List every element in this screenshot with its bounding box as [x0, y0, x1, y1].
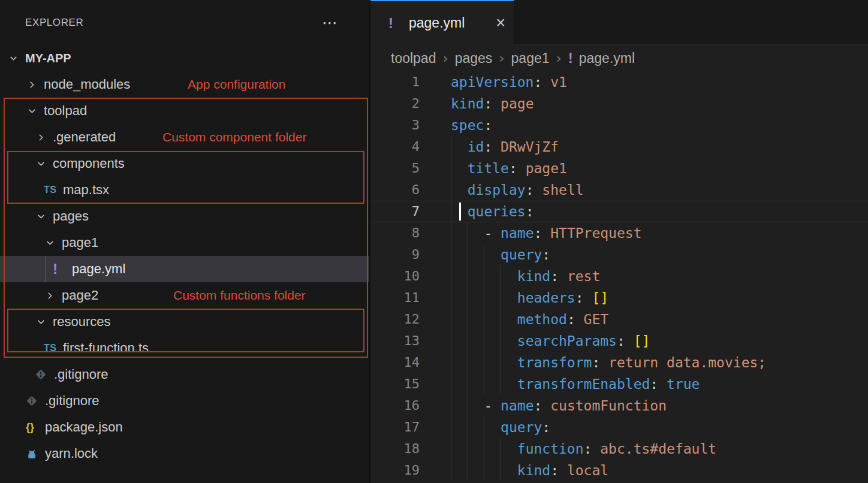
line-number[interactable]: 5: [370, 158, 420, 179]
code-line-content[interactable]: searchParams: []: [420, 330, 868, 352]
code-line-14[interactable]: 14 transform: return data.movies;: [370, 352, 868, 373]
code-line-9[interactable]: 9 query:: [370, 244, 868, 265]
code-line-16[interactable]: 16 - name: customFunction: [370, 395, 868, 416]
tree-item-gitignore[interactable]: .gitignore: [0, 361, 369, 388]
line-number[interactable]: 6: [370, 179, 420, 201]
line-number[interactable]: 15: [370, 373, 420, 395]
tree-item-page1[interactable]: page1: [0, 230, 369, 256]
code-line-4[interactable]: 4 id: DRwVjZf: [370, 136, 868, 158]
tree-item-gitignore[interactable]: .gitignore: [0, 388, 369, 414]
code-line-content[interactable]: spec:: [420, 114, 868, 136]
code-line-17[interactable]: 17 query:: [370, 416, 868, 438]
code-line-content[interactable]: - name: HTTPrequest: [420, 222, 868, 244]
line-number[interactable]: 16: [370, 395, 420, 416]
line-number[interactable]: 13: [370, 330, 420, 352]
code-line-content[interactable]: queries:: [420, 201, 868, 222]
tab-page-yml[interactable]: ! page.yml ×: [370, 0, 514, 45]
line-number[interactable]: 8: [370, 222, 420, 244]
line-number[interactable]: 1: [370, 71, 420, 93]
breadcrumb-item-page-yml[interactable]: !page.yml: [568, 50, 635, 67]
indent-guide: [484, 244, 484, 265]
code-line-13[interactable]: 13 searchParams: []: [370, 330, 868, 352]
indent-guide: [484, 373, 484, 395]
line-number[interactable]: 9: [370, 244, 420, 265]
code-line-content[interactable]: transform: return data.movies;: [420, 352, 868, 373]
tree-item-yarn-lock[interactable]: yarn.lock: [0, 440, 369, 467]
line-number[interactable]: 3: [370, 114, 420, 136]
code-line-3[interactable]: 3spec:: [370, 114, 868, 136]
chevron-right-icon[interactable]: [27, 80, 44, 90]
token: :: [550, 463, 567, 478]
line-number[interactable]: 14: [370, 352, 420, 373]
tree-item-label: .generated: [53, 129, 116, 145]
chevron-right-icon[interactable]: [36, 132, 53, 143]
line-number[interactable]: 4: [370, 136, 420, 158]
code-line-content[interactable]: function: abc.ts#default: [420, 438, 868, 460]
chevron-down-icon[interactable]: [27, 106, 44, 116]
code-line-content[interactable]: display: shell: [420, 179, 868, 201]
code-line-15[interactable]: 15 transformEnabled: true: [370, 373, 868, 395]
chevron-right-icon[interactable]: [45, 291, 62, 301]
line-number[interactable]: 18: [370, 438, 420, 460]
indent-guide: [451, 265, 451, 287]
tree-item-node-modules[interactable]: node_modulesApp configuration: [0, 71, 369, 98]
line-number[interactable]: 17: [370, 416, 420, 438]
code-line-10[interactable]: 10 kind: rest: [370, 265, 868, 287]
chevron-down-icon[interactable]: [8, 53, 25, 64]
code-line-content[interactable]: headers: []: [420, 287, 868, 309]
token: -: [484, 398, 501, 413]
code-line-content[interactable]: query:: [420, 416, 868, 438]
line-number[interactable]: 10: [370, 265, 420, 287]
tree-item-toolpad[interactable]: toolpad: [0, 98, 369, 124]
code-line-12[interactable]: 12 method: GET: [370, 309, 868, 330]
code-line-content[interactable]: - name: customFunction: [420, 395, 868, 416]
code-editor[interactable]: 1apiVersion: v12kind: page3spec:4 id: DR…: [370, 71, 868, 483]
code-line-1[interactable]: 1apiVersion: v1: [370, 71, 868, 93]
tree-item-generated[interactable]: .generatedCustom component folder: [0, 124, 369, 150]
line-number[interactable]: 7: [370, 201, 420, 222]
breadcrumb-item-toolpad[interactable]: toolpad: [391, 50, 436, 67]
tree-item-package-json[interactable]: {}package.json: [0, 414, 369, 440]
line-number[interactable]: 11: [370, 287, 420, 309]
tree-item-components[interactable]: components: [0, 150, 369, 177]
code-line-content[interactable]: transformEnabled: true: [420, 373, 868, 395]
breadcrumb-label: pages: [455, 50, 493, 67]
tree-item-pages[interactable]: pages: [0, 203, 369, 230]
chevron-down-icon[interactable]: [45, 238, 62, 248]
code-line-content[interactable]: id: DRwVjZf: [420, 136, 868, 158]
code-line-6[interactable]: 6 display: shell: [370, 179, 868, 201]
tree-item-page-yml[interactable]: !page.yml: [0, 256, 369, 282]
chevron-down-icon[interactable]: [36, 212, 53, 222]
line-number[interactable]: 2: [370, 93, 420, 114]
code-line-5[interactable]: 5 title: page1: [370, 158, 868, 179]
close-icon[interactable]: ×: [496, 15, 505, 31]
token: id: [468, 139, 484, 155]
tree-item-page2[interactable]: page2Custom functions folder: [0, 282, 369, 309]
code-line-content[interactable]: apiVersion: v1: [420, 71, 868, 93]
breadcrumb-item-page1[interactable]: page1: [511, 50, 550, 67]
tree-item-first-function-ts[interactable]: TSfirst-function.ts: [0, 335, 369, 361]
more-actions-icon[interactable]: ⋯: [322, 15, 338, 31]
code-line-18[interactable]: 18 function: abc.ts#default: [370, 438, 868, 460]
code-line-11[interactable]: 11 headers: []: [370, 287, 868, 309]
code-line-content[interactable]: method: GET: [420, 309, 868, 330]
token: function: [517, 441, 584, 457]
code-line-content[interactable]: kind: rest: [420, 265, 868, 287]
tree-item-my-app[interactable]: MY-APP: [0, 45, 369, 71]
breadcrumb-item-pages[interactable]: pages: [455, 50, 493, 67]
code-line-content[interactable]: title: page1: [420, 158, 868, 179]
tree-item-resources[interactable]: resources: [0, 309, 369, 335]
chevron-down-icon[interactable]: [36, 159, 53, 169]
line-number[interactable]: 19: [370, 460, 420, 481]
code-line-8[interactable]: 8 - name: HTTPrequest: [370, 222, 868, 244]
tree-indent-guide: [45, 256, 46, 282]
code-line-19[interactable]: 19 kind: local: [370, 460, 868, 481]
chevron-down-icon[interactable]: [36, 317, 53, 327]
code-line-content[interactable]: kind: page: [420, 93, 868, 114]
tree-item-map-tsx[interactable]: TSmap.tsx: [0, 177, 369, 203]
line-number[interactable]: 12: [370, 309, 420, 330]
code-line-content[interactable]: kind: local: [420, 460, 868, 481]
code-line-7[interactable]: 7 queries:: [370, 201, 868, 222]
code-line-content[interactable]: query:: [420, 244, 868, 265]
code-line-2[interactable]: 2kind: page: [370, 93, 868, 114]
